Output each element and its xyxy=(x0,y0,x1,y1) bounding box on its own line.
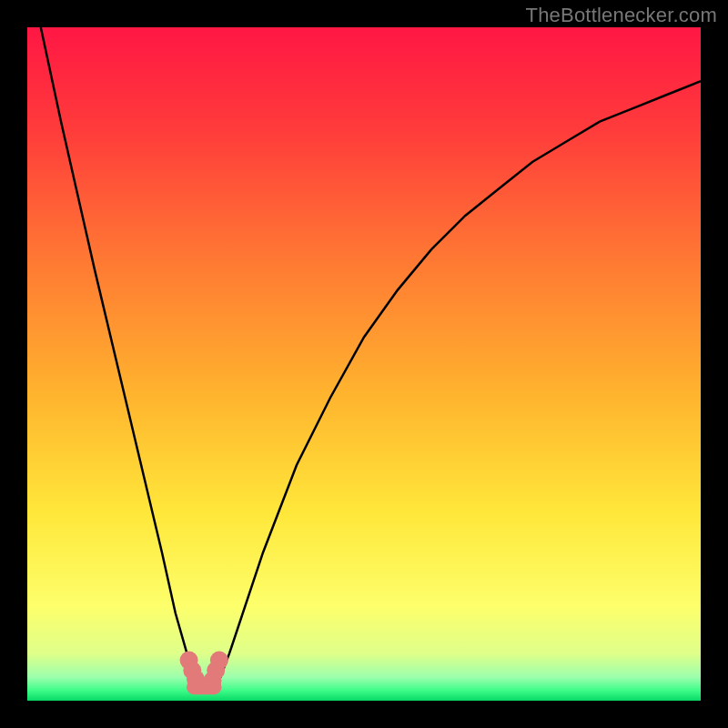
chart-frame: TheBottlenecker.com xyxy=(0,0,728,728)
watermark-text: TheBottlenecker.com xyxy=(526,4,717,27)
chart-svg xyxy=(27,27,701,701)
plot-area xyxy=(27,27,701,701)
optimal-marker-dot xyxy=(210,652,228,670)
gradient-background xyxy=(27,27,701,701)
optimal-marker-bar xyxy=(187,680,222,694)
